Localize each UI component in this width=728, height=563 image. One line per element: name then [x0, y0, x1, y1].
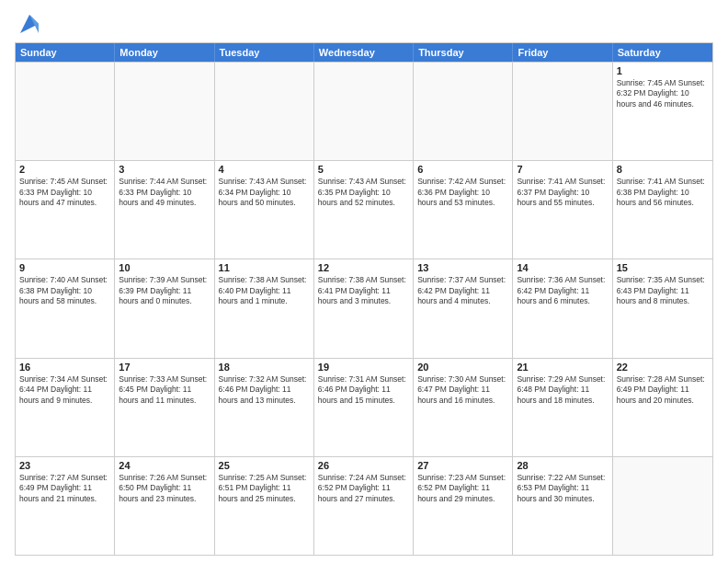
- cell-text: Sunrise: 7:39 AM Sunset: 6:39 PM Dayligh…: [119, 275, 210, 306]
- calendar-cell: 28Sunrise: 7:22 AM Sunset: 6:53 PM Dayli…: [513, 457, 612, 555]
- day-number: 19: [318, 362, 409, 373]
- cell-text: Sunrise: 7:43 AM Sunset: 6:34 PM Dayligh…: [219, 177, 310, 208]
- day-number: 25: [219, 460, 310, 471]
- day-number: 20: [417, 362, 508, 373]
- calendar-row-0: 1Sunrise: 7:45 AM Sunset: 6:32 PM Daylig…: [16, 62, 712, 160]
- day-number: 26: [318, 460, 409, 471]
- cell-text: Sunrise: 7:27 AM Sunset: 6:49 PM Dayligh…: [19, 473, 110, 504]
- cell-text: Sunrise: 7:41 AM Sunset: 6:38 PM Dayligh…: [617, 177, 709, 208]
- calendar-cell: 11Sunrise: 7:38 AM Sunset: 6:40 PM Dayli…: [215, 259, 314, 357]
- day-number: 2: [19, 164, 110, 175]
- cell-text: Sunrise: 7:35 AM Sunset: 6:43 PM Dayligh…: [617, 275, 709, 306]
- header-cell-thursday: Thursday: [414, 43, 513, 62]
- calendar-cell: 14Sunrise: 7:36 AM Sunset: 6:42 PM Dayli…: [513, 259, 612, 357]
- cell-text: Sunrise: 7:30 AM Sunset: 6:47 PM Dayligh…: [417, 374, 508, 406]
- calendar-cell: 16Sunrise: 7:34 AM Sunset: 6:44 PM Dayli…: [16, 359, 115, 456]
- calendar-cell: 21Sunrise: 7:29 AM Sunset: 6:48 PM Dayli…: [513, 359, 612, 456]
- cell-text: Sunrise: 7:34 AM Sunset: 6:44 PM Dayligh…: [19, 374, 110, 406]
- cell-text: Sunrise: 7:22 AM Sunset: 6:53 PM Dayligh…: [517, 473, 608, 504]
- calendar-cell: 26Sunrise: 7:24 AM Sunset: 6:52 PM Dayli…: [314, 457, 414, 555]
- logo-icon: [17, 11, 42, 37]
- calendar-row-1: 2Sunrise: 7:45 AM Sunset: 6:33 PM Daylig…: [16, 160, 712, 259]
- calendar-row-3: 16Sunrise: 7:34 AM Sunset: 6:44 PM Dayli…: [16, 358, 712, 456]
- calendar-cell: 27Sunrise: 7:23 AM Sunset: 6:52 PM Dayli…: [414, 457, 513, 555]
- calendar-cell: 3Sunrise: 7:44 AM Sunset: 6:33 PM Daylig…: [115, 161, 214, 259]
- calendar-cell: [115, 63, 214, 160]
- cell-text: Sunrise: 7:32 AM Sunset: 6:46 PM Dayligh…: [219, 374, 310, 406]
- day-number: 22: [617, 362, 709, 373]
- calendar-cell: 15Sunrise: 7:35 AM Sunset: 6:43 PM Dayli…: [613, 259, 712, 357]
- cell-text: Sunrise: 7:36 AM Sunset: 6:42 PM Dayligh…: [517, 275, 608, 306]
- header-cell-sunday: Sunday: [16, 43, 115, 62]
- cell-text: Sunrise: 7:44 AM Sunset: 6:33 PM Dayligh…: [119, 177, 210, 208]
- day-number: 16: [19, 362, 110, 373]
- cell-text: Sunrise: 7:38 AM Sunset: 6:41 PM Dayligh…: [318, 275, 409, 306]
- day-number: 27: [417, 460, 508, 471]
- logo: [15, 11, 42, 37]
- day-number: 5: [318, 164, 409, 175]
- day-number: 12: [318, 262, 409, 273]
- calendar-cell: [613, 457, 712, 555]
- cell-text: Sunrise: 7:40 AM Sunset: 6:38 PM Dayligh…: [19, 275, 110, 306]
- header-cell-tuesday: Tuesday: [215, 43, 314, 62]
- calendar-cell: 13Sunrise: 7:37 AM Sunset: 6:42 PM Dayli…: [414, 259, 513, 357]
- day-number: 15: [617, 262, 709, 273]
- day-number: 18: [219, 362, 310, 373]
- day-number: 14: [517, 262, 608, 273]
- calendar-cell: 5Sunrise: 7:43 AM Sunset: 6:35 PM Daylig…: [314, 161, 414, 259]
- calendar-cell: 17Sunrise: 7:33 AM Sunset: 6:45 PM Dayli…: [115, 359, 214, 456]
- day-number: 23: [19, 460, 110, 471]
- day-number: 10: [119, 262, 210, 273]
- calendar-cell: 20Sunrise: 7:30 AM Sunset: 6:47 PM Dayli…: [414, 359, 513, 456]
- calendar-cell: 25Sunrise: 7:25 AM Sunset: 6:51 PM Dayli…: [215, 457, 314, 555]
- day-number: 9: [19, 262, 110, 273]
- calendar: SundayMondayTuesdayWednesdayThursdayFrid…: [15, 42, 713, 556]
- cell-text: Sunrise: 7:45 AM Sunset: 6:32 PM Dayligh…: [617, 78, 709, 109]
- calendar-cell: 2Sunrise: 7:45 AM Sunset: 6:33 PM Daylig…: [16, 161, 115, 259]
- header-cell-saturday: Saturday: [613, 43, 712, 62]
- calendar-row-2: 9Sunrise: 7:40 AM Sunset: 6:38 PM Daylig…: [16, 259, 712, 357]
- day-number: 13: [417, 262, 508, 273]
- calendar-cell: 6Sunrise: 7:42 AM Sunset: 6:36 PM Daylig…: [414, 161, 513, 259]
- day-number: 11: [219, 262, 310, 273]
- day-number: 8: [617, 164, 709, 175]
- header-cell-monday: Monday: [115, 43, 214, 62]
- day-number: 7: [517, 164, 608, 175]
- day-number: 1: [617, 65, 709, 76]
- calendar-cell: 24Sunrise: 7:26 AM Sunset: 6:50 PM Dayli…: [115, 457, 214, 555]
- calendar-cell: 10Sunrise: 7:39 AM Sunset: 6:39 PM Dayli…: [115, 259, 214, 357]
- day-number: 17: [119, 362, 210, 373]
- cell-text: Sunrise: 7:38 AM Sunset: 6:40 PM Dayligh…: [219, 275, 310, 306]
- cell-text: Sunrise: 7:23 AM Sunset: 6:52 PM Dayligh…: [417, 473, 508, 504]
- cell-text: Sunrise: 7:33 AM Sunset: 6:45 PM Dayligh…: [119, 374, 210, 406]
- cell-text: Sunrise: 7:37 AM Sunset: 6:42 PM Dayligh…: [417, 275, 508, 306]
- calendar-cell: 7Sunrise: 7:41 AM Sunset: 6:37 PM Daylig…: [513, 161, 612, 259]
- day-number: 6: [417, 164, 508, 175]
- calendar-cell: 18Sunrise: 7:32 AM Sunset: 6:46 PM Dayli…: [215, 359, 314, 456]
- cell-text: Sunrise: 7:43 AM Sunset: 6:35 PM Dayligh…: [318, 177, 409, 208]
- calendar-cell: 12Sunrise: 7:38 AM Sunset: 6:41 PM Dayli…: [314, 259, 414, 357]
- calendar-cell: 1Sunrise: 7:45 AM Sunset: 6:32 PM Daylig…: [613, 63, 712, 160]
- cell-text: Sunrise: 7:24 AM Sunset: 6:52 PM Dayligh…: [318, 473, 409, 504]
- calendar-cell: [513, 63, 612, 160]
- day-number: 21: [517, 362, 608, 373]
- calendar-cell: 8Sunrise: 7:41 AM Sunset: 6:38 PM Daylig…: [613, 161, 712, 259]
- calendar-body: 1Sunrise: 7:45 AM Sunset: 6:32 PM Daylig…: [16, 62, 712, 555]
- cell-text: Sunrise: 7:26 AM Sunset: 6:50 PM Dayligh…: [119, 473, 210, 504]
- calendar-header: SundayMondayTuesdayWednesdayThursdayFrid…: [16, 43, 712, 62]
- calendar-cell: 22Sunrise: 7:28 AM Sunset: 6:49 PM Dayli…: [613, 359, 712, 456]
- calendar-row-4: 23Sunrise: 7:27 AM Sunset: 6:49 PM Dayli…: [16, 456, 712, 555]
- cell-text: Sunrise: 7:28 AM Sunset: 6:49 PM Dayligh…: [617, 374, 709, 406]
- cell-text: Sunrise: 7:31 AM Sunset: 6:46 PM Dayligh…: [318, 374, 409, 406]
- calendar-cell: 9Sunrise: 7:40 AM Sunset: 6:38 PM Daylig…: [16, 259, 115, 357]
- day-number: 3: [119, 164, 210, 175]
- calendar-cell: [16, 63, 115, 160]
- calendar-cell: 4Sunrise: 7:43 AM Sunset: 6:34 PM Daylig…: [215, 161, 314, 259]
- cell-text: Sunrise: 7:29 AM Sunset: 6:48 PM Dayligh…: [517, 374, 608, 406]
- cell-text: Sunrise: 7:41 AM Sunset: 6:37 PM Dayligh…: [517, 177, 608, 208]
- calendar-cell: [414, 63, 513, 160]
- cell-text: Sunrise: 7:42 AM Sunset: 6:36 PM Dayligh…: [417, 177, 508, 208]
- header-cell-wednesday: Wednesday: [314, 43, 414, 62]
- day-number: 24: [119, 460, 210, 471]
- cell-text: Sunrise: 7:45 AM Sunset: 6:33 PM Dayligh…: [19, 177, 110, 208]
